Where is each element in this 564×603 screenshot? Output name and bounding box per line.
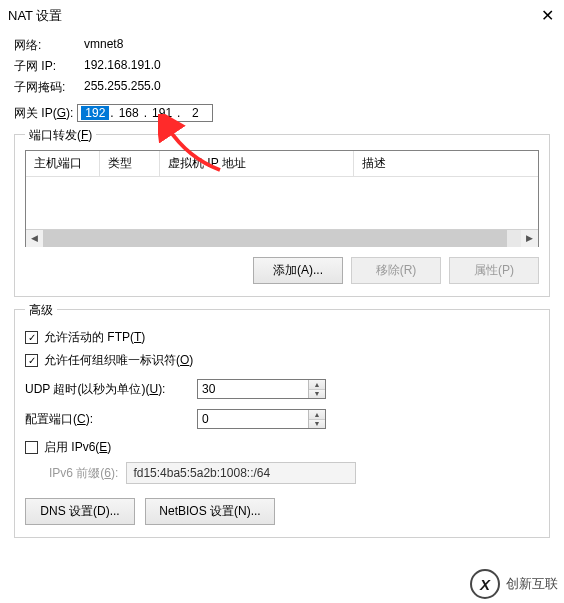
allow-oui-checkbox[interactable]: ✓ 允许任何组织唯一标识符(O) [25, 352, 539, 369]
ip-octet-2[interactable]: 168 [115, 106, 143, 120]
scroll-left-icon[interactable]: ◀ [26, 230, 43, 247]
subnet-ip-label: 子网 IP: [14, 58, 84, 75]
ip-octet-4[interactable]: 2 [181, 106, 209, 120]
spin-down-icon[interactable]: ▼ [309, 389, 325, 399]
col-host-port[interactable]: 主机端口 [26, 151, 100, 176]
udp-timeout-row: UDP 超时(以秒为单位)(U): 30 ▲ ▼ [25, 379, 539, 399]
spin-up-icon[interactable]: ▲ [309, 410, 325, 419]
ipv6-prefix-row: IPv6 前缀(6): fd15:4ba5:5a2b:1008::/64 [49, 462, 539, 484]
gateway-ip-field[interactable]: 192. 168. 191. 2 [77, 104, 213, 122]
gateway-row: 网关 IP(G): 192. 168. 191. 2 [14, 104, 550, 122]
netbios-settings-button[interactable]: NetBIOS 设置(N)... [145, 498, 275, 525]
config-port-label: 配置端口(C): [25, 411, 197, 428]
ip-octet-3[interactable]: 191 [148, 106, 176, 120]
config-port-stepper[interactable]: 0 ▲ ▼ [197, 409, 326, 429]
port-forward-table[interactable]: 主机端口 类型 虚拟机 IP 地址 描述 ◀ ▶ [25, 150, 539, 247]
dns-settings-button[interactable]: DNS 设置(D)... [25, 498, 135, 525]
table-body[interactable] [26, 177, 538, 229]
watermark-text: 创新互联 [506, 575, 558, 593]
config-port-input[interactable]: 0 [198, 410, 308, 428]
table-header: 主机端口 类型 虚拟机 IP 地址 描述 [26, 151, 538, 177]
ip-octet-1[interactable]: 192 [81, 106, 109, 120]
checkbox-checked-icon[interactable]: ✓ [25, 354, 38, 367]
enable-ipv6-checkbox[interactable]: 启用 IPv6(E) [25, 439, 539, 456]
subnet-mask-value: 255.255.255.0 [84, 79, 161, 96]
h-scrollbar[interactable]: ◀ ▶ [26, 229, 538, 246]
network-value: vmnet8 [84, 37, 123, 54]
titlebar: NAT 设置 ✕ [0, 0, 564, 31]
network-label: 网络: [14, 37, 84, 54]
col-vm-ip[interactable]: 虚拟机 IP 地址 [160, 151, 354, 176]
dialog-title: NAT 设置 [8, 7, 62, 25]
checkbox-unchecked-icon[interactable] [25, 441, 38, 454]
col-desc[interactable]: 描述 [354, 151, 538, 176]
spin-up-icon[interactable]: ▲ [309, 380, 325, 389]
add-button[interactable]: 添加(A)... [253, 257, 343, 284]
spin-down-icon[interactable]: ▼ [309, 419, 325, 429]
checkbox-checked-icon[interactable]: ✓ [25, 331, 38, 344]
ipv6-prefix-label: IPv6 前缀(6): [49, 465, 118, 482]
udp-timeout-stepper[interactable]: 30 ▲ ▼ [197, 379, 326, 399]
gateway-label: 网关 IP(G): [14, 105, 73, 122]
udp-timeout-input[interactable]: 30 [198, 380, 308, 398]
properties-button: 属性(P) [449, 257, 539, 284]
watermark: X 创新互联 [470, 569, 558, 599]
network-row: 网络: vmnet8 [14, 37, 550, 54]
ipv6-prefix-input: fd15:4ba5:5a2b:1008::/64 [126, 462, 356, 484]
scroll-right-icon[interactable]: ▶ [521, 230, 538, 247]
subnet-ip-row: 子网 IP: 192.168.191.0 [14, 58, 550, 75]
subnet-mask-label: 子网掩码: [14, 79, 84, 96]
port-forward-group: 端口转发(F) 主机端口 类型 虚拟机 IP 地址 描述 ◀ ▶ 添加(A)..… [14, 134, 550, 297]
advanced-group: 高级 ✓ 允许活动的 FTP(T) ✓ 允许任何组织唯一标识符(O) UDP 超… [14, 309, 550, 538]
scroll-track[interactable] [43, 230, 521, 247]
port-forward-buttons: 添加(A)... 移除(R) 属性(P) [25, 257, 539, 284]
close-icon[interactable]: ✕ [541, 6, 554, 25]
allow-ftp-checkbox[interactable]: ✓ 允许活动的 FTP(T) [25, 329, 539, 346]
advanced-legend: 高级 [25, 302, 57, 319]
col-type[interactable]: 类型 [100, 151, 160, 176]
advanced-buttons: DNS 设置(D)... NetBIOS 设置(N)... [25, 498, 539, 525]
watermark-logo-icon: X [470, 569, 500, 599]
remove-button: 移除(R) [351, 257, 441, 284]
port-forward-legend: 端口转发(F) [25, 127, 96, 144]
scroll-thumb[interactable] [43, 230, 507, 247]
subnet-ip-value: 192.168.191.0 [84, 58, 161, 75]
udp-timeout-label: UDP 超时(以秒为单位)(U): [25, 381, 197, 398]
content-area: 网络: vmnet8 子网 IP: 192.168.191.0 子网掩码: 25… [0, 31, 564, 538]
subnet-mask-row: 子网掩码: 255.255.255.0 [14, 79, 550, 96]
config-port-row: 配置端口(C): 0 ▲ ▼ [25, 409, 539, 429]
